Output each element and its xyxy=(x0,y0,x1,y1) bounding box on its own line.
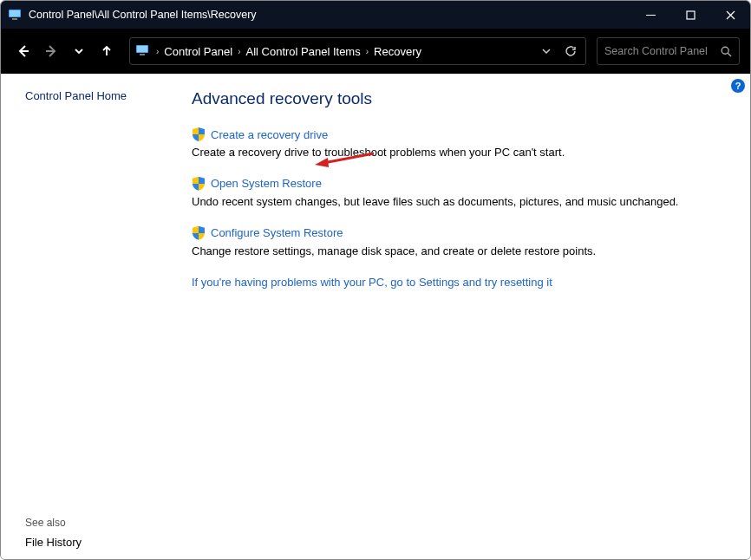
tool-description: Change restore settings, manage disk spa… xyxy=(192,244,715,260)
breadcrumb-label: All Control Panel Items xyxy=(245,45,360,58)
content: Advanced recovery tools Create a recover… xyxy=(192,74,750,559)
window-title: Control Panel\All Control Panel Items\Re… xyxy=(29,9,630,21)
tool-configure-system-restore: Configure System Restore Change restore … xyxy=(192,226,715,260)
breadcrumb-item[interactable]: Control Panel xyxy=(164,45,232,58)
svg-rect-11 xyxy=(140,54,145,55)
configure-system-restore-link[interactable]: Configure System Restore xyxy=(211,226,343,239)
back-button[interactable] xyxy=(11,39,36,63)
chevron-right-icon[interactable]: › xyxy=(238,47,240,56)
open-system-restore-link[interactable]: Open System Restore xyxy=(211,177,322,190)
address-bar[interactable]: › Control Panel › All Control Panel Item… xyxy=(129,37,586,65)
app-icon xyxy=(8,8,22,22)
page-heading: Advanced recovery tools xyxy=(192,89,715,108)
chevron-right-icon[interactable]: › xyxy=(156,47,159,56)
create-recovery-drive-link[interactable]: Create a recovery drive xyxy=(211,128,328,141)
search-placeholder: Search Control Panel xyxy=(604,45,721,57)
address-dropdown[interactable] xyxy=(537,47,556,55)
titlebar: Control Panel\All Control Panel Items\Re… xyxy=(1,1,750,29)
minimize-button[interactable] xyxy=(630,1,670,29)
tool-create-recovery-drive: Create a recovery drive Create a recover… xyxy=(192,127,715,161)
refresh-button[interactable] xyxy=(561,45,580,57)
chevron-right-icon[interactable]: › xyxy=(366,47,369,56)
close-button[interactable] xyxy=(710,1,750,29)
maximize-button[interactable] xyxy=(670,1,710,29)
breadcrumb-item[interactable]: All Control Panel Items xyxy=(245,45,360,58)
breadcrumb-label: Recovery xyxy=(374,45,421,58)
svg-rect-10 xyxy=(137,46,147,52)
svg-point-12 xyxy=(722,47,728,54)
history-dropdown[interactable] xyxy=(67,39,91,63)
control-panel-home-link[interactable]: Control Panel Home xyxy=(25,89,173,102)
reset-settings-link[interactable]: If you're having problems with your PC, … xyxy=(192,276,715,289)
svg-line-13 xyxy=(728,53,731,56)
sidebar: Control Panel Home See also File History xyxy=(1,74,192,559)
shield-icon xyxy=(192,226,206,240)
window-controls xyxy=(630,1,750,29)
svg-rect-2 xyxy=(12,18,17,20)
breadcrumb-label: Control Panel xyxy=(164,45,232,58)
navbar: › Control Panel › All Control Panel Item… xyxy=(1,29,750,74)
up-button[interactable] xyxy=(95,39,119,63)
search-icon xyxy=(721,46,732,57)
forward-button[interactable] xyxy=(39,39,63,63)
shield-icon xyxy=(192,127,206,141)
file-history-link[interactable]: File History xyxy=(25,536,173,549)
tool-open-system-restore: Open System Restore Undo recent system c… xyxy=(192,177,715,211)
shield-icon xyxy=(192,177,206,191)
search-input[interactable]: Search Control Panel xyxy=(597,37,740,65)
tool-description: Undo recent system changes, but leave fi… xyxy=(192,194,715,211)
tool-description: Create a recovery drive to troubleshoot … xyxy=(192,145,715,161)
see-also-heading: See also xyxy=(25,517,173,529)
svg-rect-4 xyxy=(687,11,695,19)
breadcrumb-item[interactable]: Recovery xyxy=(374,45,421,58)
workspace: ? Control Panel Home See also File Histo… xyxy=(1,74,750,559)
svg-rect-1 xyxy=(10,10,20,16)
address-icon xyxy=(135,43,151,59)
